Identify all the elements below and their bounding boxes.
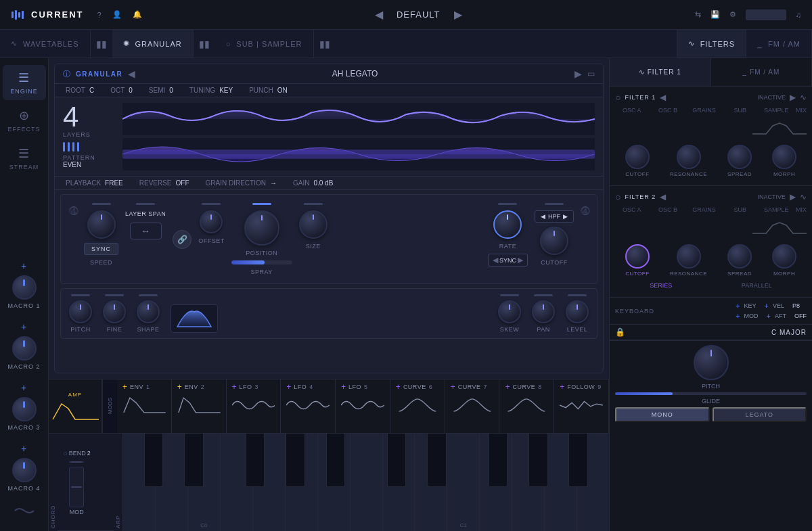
white-key[interactable]: C0 bbox=[188, 434, 221, 531]
tab-fm-am[interactable]: ⎯ FM / AM bbox=[746, 30, 812, 57]
macro2-knob[interactable] bbox=[12, 336, 37, 361]
mod-lfo-5[interactable]: + LFO 5 bbox=[336, 379, 390, 433]
link-icon[interactable]: 🔗 bbox=[173, 230, 191, 249]
macro1-knob[interactable] bbox=[12, 275, 37, 300]
level-knob[interactable] bbox=[566, 300, 589, 323]
waveform-2[interactable] bbox=[122, 138, 595, 170]
lock-icon[interactable]: 🔒 bbox=[615, 327, 625, 337]
filter1-cutoff-knob[interactable] bbox=[625, 145, 650, 169]
pan-knob[interactable] bbox=[532, 300, 555, 323]
pitch-main-knob[interactable] bbox=[694, 345, 729, 380]
layer-span-control[interactable]: ↔ bbox=[130, 223, 162, 239]
mod-curve-7[interactable]: + CURVE 7 bbox=[445, 379, 500, 433]
white-key[interactable] bbox=[318, 434, 351, 531]
tab-fm-am[interactable]: ⎯ FM / AM bbox=[711, 58, 813, 86]
filter2-resonance-knob[interactable] bbox=[677, 244, 701, 269]
white-key[interactable] bbox=[156, 434, 188, 531]
filter1-prev-icon[interactable]: ◀ bbox=[660, 93, 666, 102]
user-icon[interactable]: 👤 bbox=[112, 10, 122, 19]
pitch-knob[interactable] bbox=[69, 300, 92, 323]
filter1-resonance-knob[interactable] bbox=[677, 145, 701, 169]
filter2-morph-knob[interactable] bbox=[772, 244, 796, 269]
filter1-minus-icon[interactable]: ○ bbox=[615, 92, 621, 103]
sync-button[interactable]: SYNC bbox=[84, 243, 118, 255]
white-key[interactable] bbox=[545, 434, 577, 531]
mod-env-2[interactable]: + ENV 2 bbox=[172, 379, 227, 433]
sidebar-engine[interactable]: ☰ ENGINE bbox=[3, 65, 46, 100]
white-key[interactable] bbox=[577, 434, 609, 531]
rate-knob[interactable] bbox=[493, 210, 522, 239]
minus-icon[interactable]: ○ bbox=[63, 449, 68, 457]
macro-4[interactable]: + MACRO 4 bbox=[3, 440, 46, 494]
filter1-routing-icon[interactable]: ∿ bbox=[800, 93, 807, 102]
series-button[interactable]: SERIES bbox=[650, 282, 672, 289]
white-key[interactable]: C1 bbox=[447, 434, 480, 531]
mod-curve-6[interactable]: + CURVE 6 bbox=[390, 379, 445, 433]
spray-bar[interactable] bbox=[231, 260, 292, 264]
macro-1[interactable]: + MACRO 1 bbox=[3, 258, 46, 312]
tab-filters[interactable]: ∿ FILTERS bbox=[677, 30, 746, 57]
filter2-next-icon[interactable]: ▶ bbox=[790, 192, 796, 202]
mod-curve-8[interactable]: + CURVE 8 bbox=[499, 379, 554, 433]
tab-filters[interactable]: ∿ FILTER 1 bbox=[610, 58, 711, 86]
white-key[interactable] bbox=[383, 434, 415, 531]
granular-prev-button[interactable]: ◀ bbox=[128, 68, 135, 79]
parallel-button[interactable]: PARALLEL bbox=[742, 282, 772, 289]
rate-sync-control[interactable]: ◀ SYNC ▶ bbox=[488, 254, 528, 267]
white-key[interactable] bbox=[123, 434, 156, 531]
mod-follow-9[interactable]: + FOLLOW 9 bbox=[554, 379, 609, 433]
tab-granular[interactable]: ✺ GRANULAR bbox=[112, 30, 194, 57]
mod-lfo-4[interactable]: + LFO 4 bbox=[281, 379, 336, 433]
hpf-button[interactable]: ◀ HPF ▶ bbox=[535, 210, 574, 223]
white-key[interactable] bbox=[512, 434, 545, 531]
shuffle-icon[interactable]: ⇆ bbox=[695, 10, 701, 19]
save-icon[interactable]: 💾 bbox=[710, 10, 720, 19]
waveform-1[interactable] bbox=[122, 103, 595, 135]
macro-2[interactable]: + MACRO 2 bbox=[3, 319, 46, 373]
mono-button[interactable]: MONO bbox=[615, 407, 710, 422]
granular-next-button[interactable]: ▶ bbox=[574, 68, 582, 79]
cutoff-knob[interactable] bbox=[540, 227, 568, 255]
position-knob[interactable] bbox=[244, 210, 279, 246]
mod-slider[interactable] bbox=[69, 467, 84, 507]
speed-knob[interactable] bbox=[87, 210, 116, 239]
skew-knob[interactable] bbox=[498, 300, 521, 323]
question-icon[interactable]: ? bbox=[97, 11, 102, 19]
filter1-morph-knob[interactable] bbox=[772, 145, 796, 169]
white-key[interactable] bbox=[480, 434, 512, 531]
filter1-spread-knob[interactable] bbox=[727, 145, 752, 169]
filter2-spread-knob[interactable] bbox=[727, 244, 752, 269]
settings-icon[interactable]: ⚙ bbox=[729, 10, 736, 19]
sidebar-stream[interactable]: ☰ STREAM bbox=[3, 141, 46, 176]
macro4-knob[interactable] bbox=[12, 458, 37, 482]
filter2-prev-icon[interactable]: ◀ bbox=[660, 192, 666, 202]
legato-button[interactable]: LEGATO bbox=[713, 407, 807, 422]
shape-knob[interactable] bbox=[137, 300, 160, 323]
expand-icon[interactable]: ▭ bbox=[587, 69, 595, 78]
filter2-cutoff-knob[interactable] bbox=[625, 244, 650, 269]
tab-sub-sampler[interactable]: ○ SUB | SAMPLER bbox=[215, 30, 314, 57]
white-key[interactable] bbox=[286, 434, 318, 531]
white-key[interactable] bbox=[351, 434, 383, 531]
filter2-minus-icon[interactable]: ○ bbox=[615, 191, 621, 202]
white-key[interactable] bbox=[253, 434, 286, 531]
tab-wavetables[interactable]: ∿ WAVETABLES bbox=[0, 30, 91, 57]
white-key[interactable] bbox=[221, 434, 253, 531]
prev-preset-button[interactable]: ◀ bbox=[375, 8, 383, 21]
mod-env-1[interactable]: + ENV 1 bbox=[117, 379, 172, 433]
next-preset-button[interactable]: ▶ bbox=[454, 8, 462, 21]
mod-lfo-3[interactable]: + LFO 3 bbox=[227, 379, 281, 433]
macro-3[interactable]: + MACRO 3 bbox=[3, 379, 46, 434]
filter1-next-icon[interactable]: ▶ bbox=[790, 93, 796, 102]
offset-knob[interactable] bbox=[200, 210, 223, 233]
bend-slider[interactable] bbox=[69, 461, 84, 463]
keys-container[interactable]: C0 C1 bbox=[123, 434, 609, 531]
bell-icon[interactable]: 🔔 bbox=[133, 10, 142, 19]
glide-bar[interactable] bbox=[615, 392, 807, 395]
filter2-routing-icon[interactable]: ∿ bbox=[800, 192, 807, 202]
fine-knob[interactable] bbox=[103, 300, 126, 323]
wave-icon[interactable]: ♫ bbox=[796, 11, 801, 19]
white-key[interactable] bbox=[415, 434, 447, 531]
sidebar-effects[interactable]: ⊕ EFFECTS bbox=[3, 103, 46, 138]
size-knob[interactable] bbox=[299, 210, 328, 239]
